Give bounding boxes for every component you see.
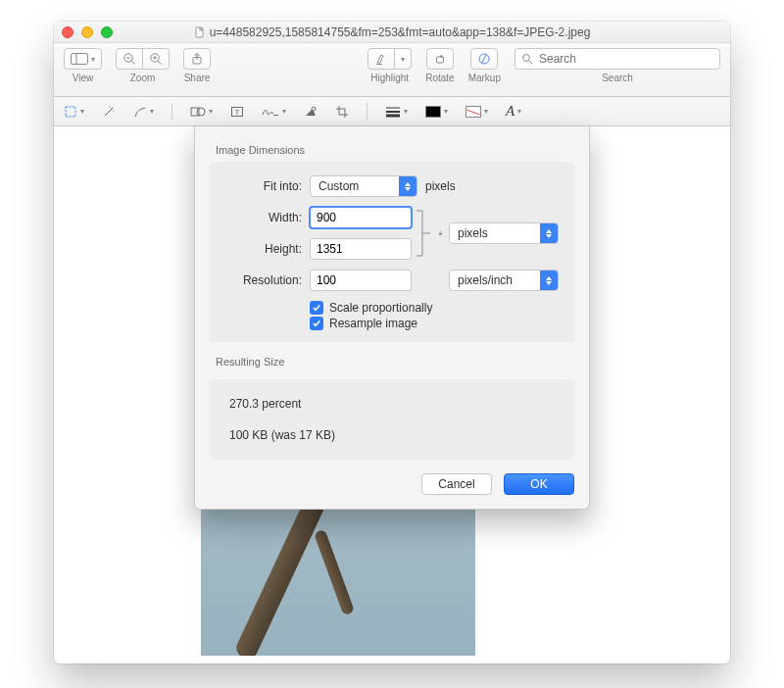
highlight-button[interactable]	[368, 48, 395, 70]
ok-button[interactable]: OK	[504, 473, 574, 495]
toolbar-label-markup: Markup	[468, 73, 501, 83]
sketch-tool[interactable]: ▾	[133, 105, 154, 119]
zoom-out-button[interactable]	[116, 48, 143, 70]
scale-proportionally-checkbox[interactable]: Scale proportionally	[310, 301, 559, 315]
chevron-down-icon: ▾	[91, 55, 95, 64]
adjust-icon	[304, 105, 318, 119]
dimensions-panel: Fit into: Custom pixels Width:	[210, 162, 574, 342]
toolbar-label-view: View	[73, 73, 94, 83]
fit-into-select[interactable]: Custom	[310, 175, 417, 197]
toolbar-group-markup: Markup	[468, 48, 501, 83]
selection-tool[interactable]: ▾	[64, 105, 84, 119]
toolbar-group-search: Search	[514, 48, 720, 83]
toolbar-group-highlight: ▾ Highlight	[368, 48, 412, 83]
search-field[interactable]	[514, 48, 720, 70]
section-title-dimensions: Image Dimensions	[216, 144, 574, 156]
toolbar-group-view: ▾ View	[64, 48, 102, 83]
resolution-input[interactable]	[310, 270, 412, 291]
lock-icon[interactable]	[438, 226, 443, 240]
titlebar: u=448582925,1585814755&fm=253&fmt=auto&a…	[54, 22, 730, 43]
zoom-in-button[interactable]	[143, 48, 170, 70]
border-color-tool[interactable]: ▾	[425, 106, 448, 118]
fit-into-label: Fit into:	[225, 179, 302, 193]
resolution-unit-select[interactable]: pixels/inch	[449, 270, 559, 291]
dimension-unit-value: pixels	[458, 226, 488, 240]
width-label: Width:	[225, 211, 302, 224]
window-title: u=448582925,1585814755&fm=253&fmt=auto&a…	[54, 25, 730, 39]
line-style-tool[interactable]: ▾	[385, 106, 408, 118]
resulting-size-panel: 270.3 percent 100 KB (was 17 KB)	[210, 379, 574, 460]
rotate-icon	[433, 52, 447, 66]
fill-color-tool[interactable]: ▾	[466, 106, 488, 118]
window-title-text: u=448582925,1585814755&fm=253&fmt=auto&a…	[210, 25, 591, 39]
zoom-in-icon	[149, 52, 163, 66]
search-input[interactable]	[537, 51, 713, 67]
result-percent: 270.3 percent	[229, 397, 559, 411]
toolbar-group-zoom: Zoom	[116, 48, 170, 83]
chevron-down-icon: ▾	[401, 55, 405, 64]
svg-line-18	[105, 109, 112, 116]
width-input[interactable]	[310, 207, 412, 228]
svg-point-15	[523, 55, 530, 62]
markup-icon	[477, 52, 491, 66]
dimension-unit-select[interactable]: pixels	[449, 222, 559, 244]
text-tool[interactable]: T	[230, 105, 244, 119]
height-label: Height:	[225, 242, 302, 256]
section-title-result: Resulting Size	[216, 356, 574, 368]
crop-tool[interactable]	[335, 105, 349, 119]
app-window: u=448582925,1585814755&fm=253&fmt=auto&a…	[54, 22, 730, 663]
rotate-button[interactable]	[426, 48, 454, 70]
toolbar-label-share: Share	[184, 73, 211, 83]
markup-button[interactable]	[470, 48, 498, 70]
svg-point-19	[112, 107, 114, 109]
height-input[interactable]	[310, 238, 412, 260]
instant-alpha-tool[interactable]	[102, 105, 116, 119]
checkbox-checked-icon	[310, 317, 323, 330]
signature-icon	[262, 105, 279, 119]
markup-toolbar: ▾ ▾ ▾ T ▾ ▾ ▾ ▾	[54, 97, 730, 126]
adjust-color-tool[interactable]	[304, 105, 318, 119]
toolbar-group-share: Share	[183, 48, 211, 83]
svg-rect-1	[72, 54, 88, 65]
toolbar-group-rotate: Rotate	[425, 48, 454, 83]
text-style-tool[interactable]: A▾	[506, 103, 521, 120]
fit-into-value: Custom	[318, 179, 359, 193]
zoom-out-icon	[122, 52, 136, 66]
search-icon	[521, 53, 533, 65]
sign-tool[interactable]: ▾	[262, 105, 286, 119]
svg-line-7	[158, 61, 162, 65]
toolbar-label-zoom: Zoom	[130, 73, 156, 83]
cancel-button-label: Cancel	[438, 477, 474, 491]
cancel-button[interactable]: Cancel	[421, 473, 492, 495]
share-button[interactable]	[183, 48, 211, 70]
resolution-unit-value: pixels/inch	[458, 273, 513, 287]
shapes-tool[interactable]: ▾	[190, 105, 213, 119]
svg-rect-13	[436, 57, 443, 63]
adjust-size-sheet: Image Dimensions Fit into: Custom pixels	[194, 126, 590, 510]
view-mode-button[interactable]: ▾	[64, 48, 102, 70]
resolution-label: Resolution:	[225, 273, 302, 287]
canvas-area: Image Dimensions Fit into: Custom pixels	[54, 126, 730, 663]
line-weight-icon	[385, 106, 401, 118]
lock-bracket	[415, 207, 432, 260]
select-arrows-icon	[540, 270, 558, 290]
svg-point-28	[312, 107, 316, 111]
text-icon: T	[230, 105, 244, 119]
checkbox-checked-icon	[310, 301, 323, 315]
border-color-swatch	[425, 106, 441, 118]
svg-rect-32	[439, 233, 442, 235]
pencil-icon	[133, 105, 147, 119]
fill-color-swatch	[466, 106, 481, 118]
main-toolbar: ▾ View Zoom Share	[54, 43, 730, 97]
svg-rect-17	[66, 107, 75, 117]
sidebar-icon	[71, 53, 88, 65]
resample-image-checkbox[interactable]: Resample image	[310, 317, 559, 330]
toolbar-label-search: Search	[514, 73, 720, 83]
selection-icon	[64, 105, 77, 119]
svg-line-4	[131, 61, 135, 65]
share-icon	[190, 52, 204, 66]
highlight-menu-button[interactable]: ▾	[395, 48, 412, 70]
toolbar-label-rotate: Rotate	[425, 73, 454, 83]
svg-point-23	[197, 108, 205, 116]
crop-icon	[335, 105, 349, 119]
